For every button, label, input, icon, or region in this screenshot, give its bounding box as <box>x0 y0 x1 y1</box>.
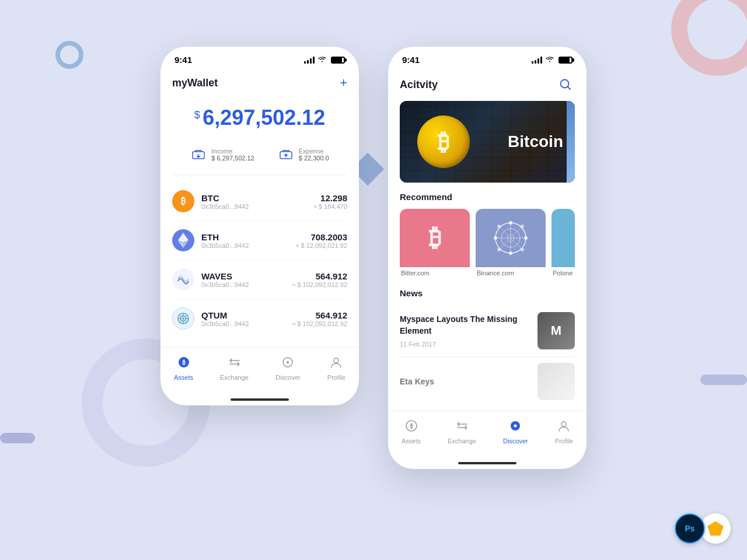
qtum-value: 564.912 ≈ $ 102,092,012.92 <box>292 310 347 327</box>
profile-icon-activity <box>557 419 570 435</box>
svg-point-14 <box>287 361 289 363</box>
btc-amount: 12.298 <box>313 193 347 203</box>
assets-icon: ₿ <box>177 356 190 372</box>
recommend-card-btc[interactable]: ₿ Bitter.com <box>400 209 470 279</box>
crypto-item-qtum[interactable]: QTUM 0x3b5ca0...9442 564.912 ≈ $ 102,092… <box>172 299 347 338</box>
nav-profile-activity[interactable]: Profile <box>555 419 573 444</box>
tool-logos: Ps <box>675 513 731 544</box>
waves-address: 0x3b5ca0...9442 <box>201 281 292 288</box>
balance-amount: 6,297,502.12 <box>203 106 325 130</box>
qtum-address: 0x3b5ca0...9442 <box>201 320 292 327</box>
nav-assets-label: Assets <box>174 374 193 381</box>
bg-decoration-circle-pink <box>671 0 747 76</box>
svg-point-24 <box>509 221 512 225</box>
news-text-0: Myspace Layouts The Missing Element 11 F… <box>400 314 530 347</box>
status-bar-activity: 9:41 <box>388 47 587 69</box>
recommend-card-polo[interactable]: Polone <box>551 209 575 279</box>
nav-discover[interactable]: Discover <box>275 356 301 381</box>
svg-point-28 <box>497 225 501 228</box>
news-date-0: 11 Feb 2017 <box>400 341 530 348</box>
waves-usd: ≈ $ 102,092,012.92 <box>292 281 347 288</box>
income-icon <box>190 146 207 163</box>
photoshop-logo: Ps <box>675 513 705 544</box>
btc-address: 0x3b5ca0...9442 <box>201 203 313 210</box>
crypto-item-btc[interactable]: ₿ BTC 0x3b5ca0...9442 12.298 ≈ $ 184,470 <box>172 182 347 221</box>
news-item-0[interactable]: Myspace Layouts The Missing Element 11 F… <box>400 305 575 357</box>
svg-marker-2 <box>178 233 189 243</box>
wallet-title: myWallet <box>172 77 218 89</box>
bg-decoration-circle-blue <box>55 41 83 69</box>
discover-icon-activity <box>509 419 522 435</box>
balance-section: $ 6,297,502.12 <box>172 100 347 142</box>
waves-name: WAVES <box>201 271 292 281</box>
nav-exchange[interactable]: Exchange <box>220 356 249 381</box>
status-time-activity: 9:41 <box>402 55 420 65</box>
search-button[interactable] <box>556 75 575 94</box>
nav-assets[interactable]: ₿ Assets <box>174 356 193 381</box>
recommend-img-btc: ₿ <box>400 209 470 267</box>
nav-assets-activity[interactable]: ₿ Assets <box>402 419 421 444</box>
income-label: Income <box>211 148 254 155</box>
activity-title: Acitvity <box>400 79 438 91</box>
recommend-card-net[interactable]: Binance.com <box>476 209 546 279</box>
svg-point-35 <box>514 425 517 428</box>
discover-icon <box>281 356 294 372</box>
waves-amount: 564.912 <box>292 271 347 281</box>
bitcoin-banner-bg: ₿ Bitcoin <box>400 101 575 183</box>
crypto-list: ₿ BTC 0x3b5ca0...9442 12.298 ≈ $ 184,470 <box>172 177 347 342</box>
status-time-wallet: 9:41 <box>174 55 192 65</box>
nav-profile[interactable]: Profile <box>327 356 345 381</box>
phone-activity: 9:41 Acitvity <box>388 47 587 469</box>
qtum-amount: 564.912 <box>292 310 347 320</box>
signal-bars-activity <box>532 57 542 64</box>
status-icons-activity <box>532 55 573 64</box>
qtum-info: QTUM 0x3b5ca0...9442 <box>201 310 292 327</box>
nav-exchange-activity[interactable]: Exchange <box>448 419 476 444</box>
income-item: Income $ 6,297,502.12 <box>190 146 254 163</box>
exchange-icon <box>228 356 241 372</box>
bottom-nav-wallet: ₿ Assets Exchange <box>160 347 359 395</box>
expense-amount: $ 22,300.0 <box>299 155 329 162</box>
exchange-icon-activity <box>456 419 469 435</box>
nav-exchange-label-activity: Exchange <box>448 438 476 444</box>
nav-discover-activity[interactable]: Discover <box>503 419 528 444</box>
btc-value: 12.298 ≈ $ 184,470 <box>313 193 347 210</box>
battery-icon-wallet <box>331 57 345 64</box>
nav-assets-label-activity: Assets <box>402 438 421 444</box>
svg-point-26 <box>494 236 497 240</box>
status-icons-wallet <box>304 55 345 64</box>
bitcoin-text: Bitcoin <box>508 132 563 151</box>
divider-1 <box>172 174 347 175</box>
news-item-partial[interactable]: Eta Keys <box>400 357 575 406</box>
nav-profile-label: Profile <box>327 374 345 381</box>
nav-discover-label: Discover <box>275 374 301 381</box>
expense-item: Expense $ 22,300.0 <box>278 146 329 163</box>
crypto-item-waves[interactable]: WAVES 0x3b5ca0...9442 564.912 ≈ $ 102,09… <box>172 260 347 299</box>
bitcoin-banner[interactable]: ₿ Bitcoin <box>400 101 575 183</box>
recommend-title: Recommend <box>400 192 575 202</box>
btc-icon: ₿ <box>172 190 194 212</box>
wifi-icon-activity <box>545 55 554 64</box>
crypto-item-eth[interactable]: ETH 0x3b5ca0...9442 708.2003 ≈ $ 12,092,… <box>172 221 347 260</box>
svg-point-30 <box>521 225 524 228</box>
waves-value: 564.912 ≈ $ 102,092,012.92 <box>292 271 347 288</box>
btc-name: BTC <box>201 193 313 203</box>
battery-icon-activity <box>558 57 573 64</box>
add-button[interactable]: + <box>340 75 347 90</box>
recommend-grid: ₿ Bitter.com <box>400 209 575 279</box>
profile-icon <box>330 356 343 372</box>
eth-amount: 708.2003 <box>295 232 347 242</box>
activity-header: Acitvity <box>400 69 575 101</box>
qtum-icon <box>172 307 194 330</box>
eth-name: ETH <box>201 232 295 242</box>
svg-point-25 <box>509 251 512 255</box>
eth-value: 708.2003 ≈ $ 12,092,021.92 <box>295 232 347 249</box>
svg-point-27 <box>524 236 528 240</box>
nav-exchange-label: Exchange <box>220 374 249 381</box>
news-title-partial: Eta Keys <box>400 377 530 386</box>
nav-discover-label-activity: Discover <box>503 438 528 444</box>
svg-text:₿: ₿ <box>409 423 413 429</box>
recommend-img-polo <box>551 209 575 267</box>
expense-icon <box>278 146 294 163</box>
news-title-0: Myspace Layouts The Missing Element <box>400 314 530 337</box>
